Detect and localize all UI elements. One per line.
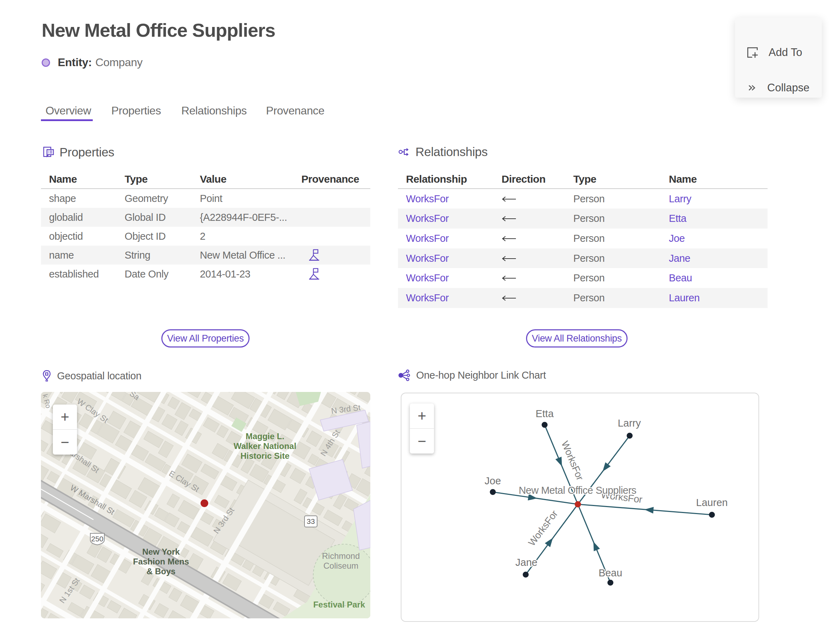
- svg-text:250: 250: [91, 535, 103, 543]
- svg-text:Larry: Larry: [618, 418, 641, 429]
- svg-text:Jane: Jane: [515, 557, 538, 568]
- svg-text:Lauren: Lauren: [696, 497, 728, 508]
- svg-text:Richmond: Richmond: [322, 551, 360, 561]
- svg-text:Beau: Beau: [598, 567, 622, 579]
- svg-text:New York: New York: [142, 547, 180, 556]
- svg-text:Festival Park: Festival Park: [313, 600, 365, 609]
- svg-text:Historic Site: Historic Site: [240, 451, 290, 461]
- svg-text:Joe: Joe: [485, 475, 501, 486]
- svg-text:33: 33: [307, 517, 315, 525]
- svg-text:Fashion Mens: Fashion Mens: [133, 557, 189, 566]
- svg-text:Coliseum: Coliseum: [323, 561, 358, 571]
- svg-text:Etta: Etta: [536, 408, 554, 419]
- svg-text:WorksFor: WorksFor: [559, 440, 585, 482]
- svg-text:Walker National: Walker National: [234, 441, 296, 451]
- svg-text:& Boys: & Boys: [146, 567, 176, 576]
- svg-text:WorksFor: WorksFor: [526, 509, 560, 548]
- svg-text:New Metal Office Suppliers: New Metal Office Suppliers: [519, 485, 636, 496]
- svg-text:Maggie L.: Maggie L.: [246, 431, 285, 441]
